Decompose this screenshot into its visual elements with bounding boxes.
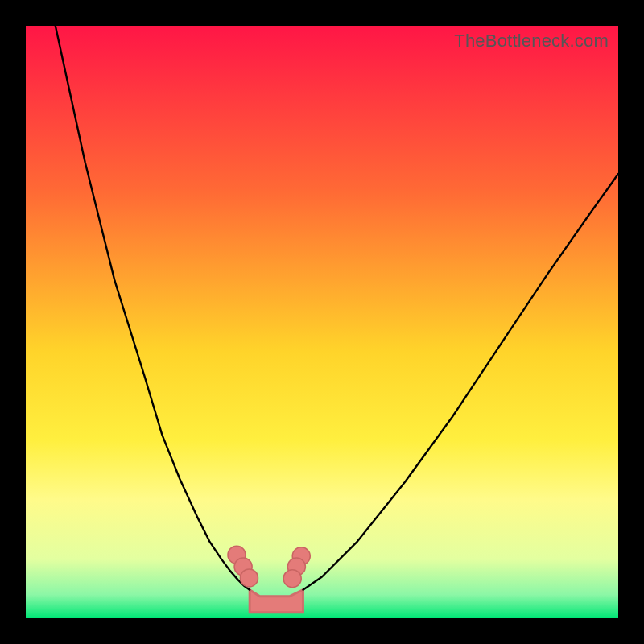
chart-frame: TheBottleneck.com	[0, 0, 644, 644]
watermark-text: TheBottleneck.com	[454, 31, 609, 52]
svg-point-6	[283, 570, 301, 588]
curve-right	[303, 174, 618, 590]
curve-left	[56, 26, 250, 590]
plot-area: TheBottleneck.com	[26, 26, 618, 618]
valley-band	[250, 590, 303, 613]
curves-layer	[26, 26, 618, 618]
svg-point-3	[240, 569, 258, 587]
